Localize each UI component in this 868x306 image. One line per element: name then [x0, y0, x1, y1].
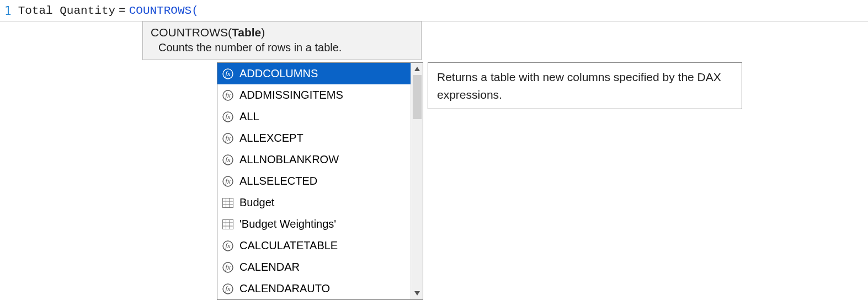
fx-icon: fx — [222, 89, 234, 101]
intellisense-item[interactable]: fxCALENDAR — [217, 256, 411, 278]
svg-text:fx: fx — [225, 177, 231, 185]
signature-line: COUNTROWS(Table) — [151, 26, 413, 39]
svg-text:fx: fx — [225, 112, 231, 121]
signature-description: Counts the number of rows in a table. — [151, 41, 413, 54]
intellisense-item-label: ALLEXCEPT — [239, 130, 303, 146]
intellisense-item[interactable]: fxADDCOLUMNS — [217, 63, 411, 84]
intellisense-list[interactable]: fxADDCOLUMNSfxADDMISSINGITEMSfxALLfxALLE… — [217, 63, 411, 299]
intellisense-item-label: Budget — [239, 195, 274, 211]
svg-text:fx: fx — [225, 263, 231, 271]
table-icon — [222, 218, 234, 230]
intellisense-item[interactable]: fxALLEXCEPT — [217, 127, 411, 149]
fx-icon: fx — [222, 283, 234, 295]
line-number: 1 — [4, 4, 12, 18]
fx-icon: fx — [222, 261, 234, 273]
intellisense-dropdown[interactable]: fxADDCOLUMNSfxADDMISSINGITEMSfxALLfxALLE… — [217, 62, 423, 300]
description-panel: Returns a table with new columns specifi… — [428, 62, 742, 109]
intellisense-item[interactable]: fxCALENDARAUTO — [217, 278, 411, 299]
fx-icon: fx — [222, 68, 234, 80]
scroll-thumb[interactable] — [413, 75, 422, 119]
fx-icon: fx — [222, 111, 234, 123]
intellisense-item-label: CALENDARAUTO — [239, 281, 330, 297]
scroll-up-arrow[interactable] — [411, 63, 423, 75]
table-icon — [222, 197, 234, 209]
signature-func: COUNTROWS( — [151, 26, 232, 39]
svg-text:fx: fx — [225, 134, 231, 142]
intellisense-item[interactable]: Budget — [217, 192, 411, 213]
svg-rect-12 — [223, 198, 233, 207]
signature-tooltip: COUNTROWS(Table) Counts the number of ro… — [142, 21, 422, 60]
svg-text:fx: fx — [225, 155, 231, 164]
measure-name: Total Quantity — [18, 4, 115, 17]
signature-close: ) — [261, 26, 265, 39]
intellisense-item[interactable]: fxADDMISSINGITEMS — [217, 84, 411, 106]
intellisense-item-label: CALCULATETABLE — [239, 238, 338, 254]
fx-icon: fx — [222, 240, 234, 252]
intellisense-item[interactable]: fxALLNOBLANKROW — [217, 149, 411, 170]
svg-text:fx: fx — [225, 284, 231, 293]
intellisense-item-label: ALL — [239, 109, 259, 125]
fx-icon: fx — [222, 154, 234, 166]
intellisense-item[interactable]: fxALL — [217, 106, 411, 127]
intellisense-item-label: 'Budget Weightings' — [239, 216, 336, 232]
scroll-down-arrow[interactable] — [411, 287, 423, 299]
fx-icon: fx — [222, 175, 234, 187]
description-text: Returns a table with new columns specifi… — [437, 71, 721, 101]
scrollbar[interactable] — [411, 63, 423, 299]
open-paren: ( — [191, 4, 199, 17]
fx-icon: fx — [222, 132, 234, 144]
equals-sign: = — [119, 4, 126, 17]
formula-bar[interactable]: 1 Total Quantity = COUNTROWS( — [0, 0, 868, 22]
intellisense-item[interactable]: fxALLSELECTED — [217, 170, 411, 192]
intellisense-item[interactable]: fxCALCULATETABLE — [217, 235, 411, 256]
signature-bold-arg: Table — [232, 26, 261, 39]
svg-text:fx: fx — [225, 91, 231, 99]
svg-text:fx: fx — [225, 69, 231, 78]
svg-text:fx: fx — [225, 241, 231, 250]
svg-rect-17 — [223, 219, 233, 229]
intellisense-item[interactable]: 'Budget Weightings' — [217, 213, 411, 235]
function-name: COUNTROWS — [129, 4, 191, 17]
intellisense-item-label: ADDMISSINGITEMS — [239, 87, 343, 103]
intellisense-item-label: CALENDAR — [239, 259, 300, 275]
intellisense-item-label: ADDCOLUMNS — [239, 66, 318, 82]
intellisense-item-label: ALLNOBLANKROW — [239, 152, 339, 168]
intellisense-item-label: ALLSELECTED — [239, 173, 317, 189]
